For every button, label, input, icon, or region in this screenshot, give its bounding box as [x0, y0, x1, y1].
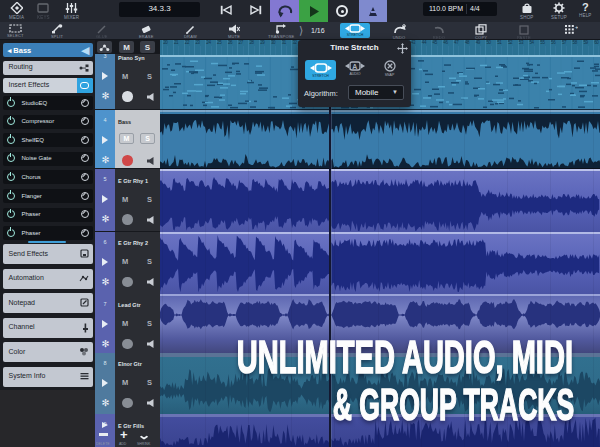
svg-text:A: A — [352, 63, 357, 70]
svg-text:+: + — [575, 24, 578, 30]
